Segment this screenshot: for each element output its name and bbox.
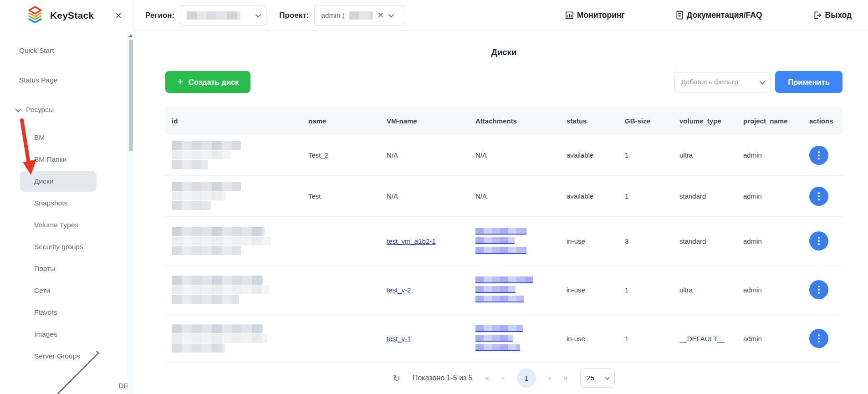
redacted-block — [172, 343, 225, 353]
sidebar-group-resources[interactable]: Ресурсы — [0, 101, 133, 119]
redacted-attachment-link[interactable] — [475, 247, 526, 254]
apply-button[interactable]: Применить — [775, 71, 842, 93]
sidebar-item-networks[interactable]: Сети — [20, 280, 97, 301]
table-row: Test N/A N/A available 1 standard admin — [165, 176, 842, 217]
sidebar-item-quick-start[interactable]: Quick Start — [0, 41, 133, 60]
cell-project-name: admin — [737, 286, 803, 294]
redacted-attachment-link[interactable] — [475, 325, 523, 332]
scrollbar-thumb[interactable] — [129, 40, 133, 151]
keystack-logo-icon — [27, 6, 43, 25]
sidebar-item-snapshots[interactable]: Snapshots — [20, 193, 97, 214]
cell-id-redacted — [165, 276, 302, 304]
cell-project-name: admin — [737, 237, 803, 245]
cell-vm-name: N/A — [380, 192, 469, 200]
cell-volume-type: ultra — [673, 286, 737, 294]
sidebar-item-images[interactable]: Images — [20, 324, 97, 345]
brand-header: KeyStack ✕ — [0, 0, 133, 31]
redacted-attachment-link[interactable] — [475, 237, 515, 244]
region-group: Регион: — [145, 5, 266, 26]
cell-id-redacted — [165, 324, 302, 353]
redacted-block — [172, 191, 226, 200]
redacted-attachment-link[interactable] — [475, 335, 513, 342]
clear-icon[interactable]: ✕ — [378, 10, 384, 20]
redacted-attachment-link[interactable] — [475, 344, 520, 351]
disks-table: id name VM-name Attachments status GB-si… — [165, 107, 842, 363]
scrollbar-up-arrow-icon[interactable] — [129, 34, 133, 37]
redacted-block — [172, 141, 241, 150]
document-icon — [676, 11, 684, 20]
col-header-vm-name[interactable]: VM-name — [380, 117, 469, 125]
row-actions-button[interactable] — [809, 280, 828, 299]
sidebar-item-vm-folders[interactable]: ВМ Папки — [20, 149, 97, 170]
redacted-attachment-link[interactable] — [475, 228, 526, 235]
row-actions-button[interactable] — [809, 146, 828, 165]
toolbar: + Создать диск Добавить фильтр Применить — [165, 71, 842, 93]
sidebar-item-ports[interactable]: Порты — [20, 258, 97, 279]
sidebar-item-disks[interactable]: Диски — [20, 171, 97, 192]
chevron-down-icon — [15, 106, 21, 112]
monitoring-link[interactable]: Мониторинг — [565, 10, 625, 20]
logout-link[interactable]: Выход — [813, 10, 852, 20]
table-row: test_v-1 in-use 1 __DEFAULT__ admin — [165, 314, 842, 363]
sidebar-group-drs[interactable]: DRS — [0, 377, 133, 394]
create-disk-button[interactable]: + Создать диск — [165, 71, 250, 93]
sidebar-close-icon[interactable]: ✕ — [115, 10, 122, 21]
sidebar-item-volume-types[interactable]: Volume Types — [20, 215, 97, 235]
col-header-id[interactable]: id — [165, 117, 302, 125]
redacted-block — [172, 334, 267, 343]
col-header-attachments[interactable]: Attachments — [469, 117, 560, 125]
project-group: Проект: admin ( ✕ — [279, 5, 405, 26]
cell-name: Test_2 — [302, 151, 380, 159]
col-header-name[interactable]: name — [302, 117, 380, 125]
col-header-project-name[interactable]: project_name — [737, 117, 803, 125]
project-select[interactable]: admin ( ✕ — [314, 5, 405, 26]
first-page-icon[interactable]: « — [485, 374, 490, 382]
col-header-volume-type[interactable]: volume_type — [673, 117, 737, 125]
last-page-icon[interactable]: » — [563, 374, 568, 382]
col-header-status[interactable]: status — [560, 117, 618, 125]
plus-icon: + — [177, 77, 183, 87]
main-panel: Регион: Проект: admin ( ✕ — [133, 0, 868, 394]
next-page-icon[interactable]: › — [548, 374, 551, 382]
prev-page-icon[interactable]: ‹ — [502, 374, 505, 382]
region-select[interactable] — [180, 5, 266, 26]
col-header-gb-size[interactable]: GB-size — [618, 117, 673, 125]
cell-attachments-redacted — [469, 226, 560, 256]
redacted-attachment-link[interactable] — [475, 296, 524, 302]
add-filter-placeholder: Добавить фильтр — [681, 78, 738, 86]
table-row: test_vm_a1b2-1 in-use 3 standard admin — [165, 217, 842, 266]
cell-volume-type: standard — [673, 237, 737, 245]
row-actions-button[interactable] — [809, 329, 828, 348]
row-actions-button[interactable] — [809, 187, 828, 206]
sidebar-item-flavors[interactable]: Flavors — [20, 302, 97, 323]
project-value-redacted — [349, 11, 373, 20]
redacted-attachment-link[interactable] — [475, 276, 533, 283]
cell-status: in-use — [560, 335, 618, 343]
vm-name-link[interactable]: test_v-2 — [387, 286, 411, 294]
bar-chart-icon — [565, 11, 574, 20]
col-header-actions: actions — [803, 117, 842, 125]
current-page-button[interactable]: 1 — [517, 368, 536, 388]
page-size-select[interactable]: 25 — [580, 368, 615, 388]
cell-project-name: admin — [737, 335, 803, 343]
row-actions-button[interactable] — [809, 231, 828, 251]
vm-name-link[interactable]: test_v-1 — [387, 335, 411, 343]
cell-volume-type: ultra — [673, 151, 737, 159]
cell-project-name: admin — [737, 192, 803, 200]
refresh-icon[interactable]: ↻ — [393, 373, 400, 384]
vm-name-link[interactable]: test_vm_a1b2-1 — [387, 237, 436, 245]
add-filter-select[interactable]: Добавить фильтр — [674, 72, 771, 92]
redacted-block — [172, 201, 211, 210]
toolbar-right: Добавить фильтр Применить — [674, 71, 842, 93]
chevron-down-icon — [760, 78, 766, 84]
sidebar-item-status-page[interactable]: Status Page — [0, 71, 133, 89]
sidebar-scrollbar[interactable] — [128, 32, 133, 394]
redacted-attachment-link[interactable] — [475, 286, 516, 293]
sidebar-item-security-groups[interactable]: Security groups — [20, 236, 97, 257]
app-window: KeyStack ✕ Quick Start Status Page Ресур… — [0, 0, 868, 394]
create-disk-label: Создать диск — [189, 78, 239, 87]
sidebar-item-vm[interactable]: ВМ — [20, 127, 97, 148]
cell-attachments-redacted — [469, 275, 560, 305]
cell-name: Test — [302, 192, 380, 200]
documentation-link[interactable]: Документация/FAQ — [676, 10, 762, 20]
